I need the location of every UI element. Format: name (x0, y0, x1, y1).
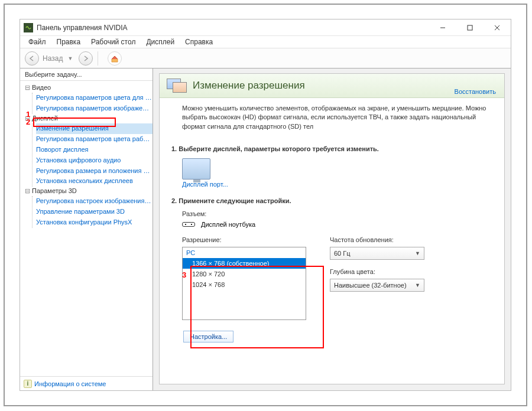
tree-item-desktop-color[interactable]: Регулировка параметров цвета рабочег (36, 134, 153, 145)
tree-item-video-color[interactable]: Регулировка параметров цвета для вид (36, 93, 153, 103)
restore-defaults-link[interactable]: Восстановить (455, 88, 496, 95)
connector-label: Разъем: (182, 210, 488, 217)
minimize-button[interactable] (429, 19, 456, 36)
task-sidebar: Выберите задачу... Видео Регулировка пар… (20, 68, 153, 390)
nvidia-icon (24, 23, 33, 32)
menu-display[interactable]: Дисплей (141, 37, 179, 47)
monitor-icon (182, 158, 210, 180)
nav-history-dropdown[interactable]: ▼ (67, 56, 73, 61)
window-title: Панель управления NVIDIA (37, 24, 429, 32)
connector-icon (182, 222, 195, 227)
menu-edit[interactable]: Правка (52, 37, 86, 47)
refresh-rate-label: Частота обновления: (330, 236, 424, 243)
step1-heading: 1. Выберите дисплей, параметры которого … (171, 145, 488, 152)
tree-item-3d-image[interactable]: Регулировка настроек изображения с пр (36, 196, 153, 207)
chevron-down-icon: ▼ (415, 282, 420, 288)
tree-item-physx[interactable]: Установка конфигурации PhysX (36, 217, 153, 228)
content-header: Изменение разрешения Восстановить (160, 74, 504, 98)
tree-item-video-image[interactable]: Регулировка параметров изображения д (36, 103, 153, 114)
info-icon: i (24, 380, 32, 388)
tree-item-digital-audio[interactable]: Установка цифрового аудио (36, 155, 153, 166)
resolution-label: Разрешение: (182, 236, 306, 243)
tree-item-3d-manage[interactable]: Управление параметрами 3D (36, 207, 153, 217)
annotation-marker-2: 2 (26, 118, 30, 126)
display-label: Дисплей порт... (182, 181, 488, 188)
tree-item-multiple-displays[interactable]: Установка нескольких дисплеев (36, 176, 153, 187)
nav-back-button[interactable] (25, 51, 39, 66)
connector-value: Дисплей ноутбука (201, 221, 255, 228)
menu-file[interactable]: Файл (24, 37, 51, 47)
nav-home-button[interactable] (108, 51, 122, 66)
step2-heading: 2. Примените следующие настройки. (171, 197, 488, 204)
system-info-link[interactable]: i Информация о системе (20, 376, 153, 390)
menu-help[interactable]: Справка (180, 37, 218, 47)
titlebar: Панель управления NVIDIA (20, 19, 511, 36)
nav-forward-button[interactable] (79, 51, 93, 66)
page-title: Изменение разрешения (193, 80, 305, 92)
svg-rect-1 (468, 25, 472, 30)
menu-desktop[interactable]: Рабочий стол (86, 37, 140, 47)
page-description: Можно уменьшить количество элементов, от… (160, 98, 504, 136)
color-depth-label: Глубина цвета: (330, 268, 424, 275)
resolution-list-heading: PC (183, 247, 306, 258)
menubar: Файл Правка Рабочий стол Дисплей Справка (20, 36, 511, 48)
sidebar-header: Выберите задачу... (20, 68, 153, 81)
maximize-button[interactable] (456, 19, 484, 36)
refresh-rate-dropdown[interactable]: 60 Гц▼ (330, 247, 424, 260)
tree-group-3d[interactable]: Параметры 3D (25, 187, 153, 196)
annotation-box-display (33, 118, 116, 127)
display-selector[interactable]: Дисплей порт... (182, 158, 488, 188)
tree-item-size-position[interactable]: Регулировка размера и положения рабо (36, 166, 153, 177)
tree-group-video[interactable]: Видео (25, 83, 153, 93)
chevron-down-icon: ▼ (415, 250, 420, 256)
color-depth-dropdown[interactable]: Наивысшее (32-битное)▼ (330, 279, 424, 292)
close-button[interactable] (484, 19, 511, 36)
nav-toolbar: Назад ▼ (20, 48, 511, 68)
tree-item-rotate-display[interactable]: Поворот дисплея (36, 145, 153, 155)
annotation-marker-3: 3 (182, 270, 186, 279)
annotation-box-resolution (190, 266, 324, 348)
resolution-header-icon (167, 77, 187, 94)
nav-back-label: Назад (43, 54, 63, 63)
